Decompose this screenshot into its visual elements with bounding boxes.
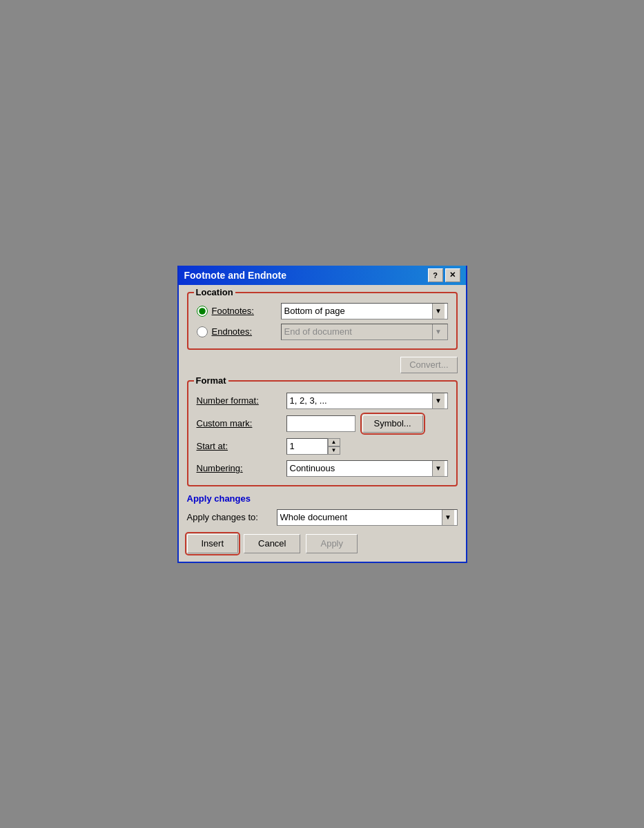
convert-button[interactable]: Convert... bbox=[400, 357, 457, 373]
endnotes-row: Endnotes: End of document ▼ bbox=[197, 324, 448, 340]
insert-button[interactable]: Insert bbox=[187, 534, 239, 553]
endnotes-dropdown-arrow: ▼ bbox=[432, 324, 445, 339]
apply-changes-to-row: Apply changes to: Whole document ▼ bbox=[187, 509, 458, 526]
close-button[interactable]: ✕ bbox=[445, 268, 460, 282]
spin-up-button[interactable]: ▲ bbox=[328, 438, 340, 446]
apply-changes-label: Apply changes bbox=[187, 493, 458, 504]
help-button[interactable]: ? bbox=[428, 268, 443, 282]
numbering-row: Numbering: Continuous ▼ bbox=[197, 460, 448, 477]
custom-mark-label: Custom mark: bbox=[197, 418, 286, 428]
symbol-button[interactable]: Symbol... bbox=[362, 415, 423, 433]
endnotes-dropdown[interactable]: End of document ▼ bbox=[281, 324, 448, 340]
numbering-arrow: ▼ bbox=[432, 461, 445, 476]
spin-down-button[interactable]: ▼ bbox=[328, 446, 340, 455]
footnotes-row: Footnotes: Bottom of page ▼ bbox=[197, 303, 448, 319]
title-bar: Footnote and Endnote ? ✕ bbox=[179, 266, 466, 285]
apply-changes-to-dropdown[interactable]: Whole document ▼ bbox=[277, 509, 458, 526]
convert-row: Convert... bbox=[187, 357, 458, 373]
format-section: Format Number format: 1, 2, 3, ... ▼ Cus… bbox=[187, 380, 458, 486]
custom-mark-input[interactable] bbox=[286, 415, 355, 432]
number-format-arrow: ▼ bbox=[432, 393, 445, 408]
footnotes-dropdown-arrow: ▼ bbox=[432, 304, 445, 319]
apply-changes-to-label: Apply changes to: bbox=[187, 512, 277, 522]
bottom-buttons: Insert Cancel Apply bbox=[187, 534, 458, 553]
location-section-label: Location bbox=[194, 287, 235, 297]
location-section: Location Footnotes: Bottom of page ▼ End… bbox=[187, 292, 458, 350]
start-at-row: Start at: ▲ ▼ bbox=[197, 438, 448, 455]
endnotes-dropdown-value: End of document bbox=[284, 326, 432, 337]
footnotes-label[interactable]: Footnotes: bbox=[212, 306, 281, 316]
title-bar-buttons: ? ✕ bbox=[428, 268, 460, 282]
footnote-endnote-dialog: Footnote and Endnote ? ✕ Location Footno… bbox=[177, 266, 467, 563]
start-at-label: Start at: bbox=[197, 441, 286, 451]
numbering-label: Numbering: bbox=[197, 463, 286, 473]
format-section-label: Format bbox=[194, 375, 228, 386]
numbering-value: Continuous bbox=[290, 463, 432, 473]
dialog-body: Location Footnotes: Bottom of page ▼ End… bbox=[179, 285, 466, 562]
custom-mark-row: Custom mark: Symbol... bbox=[197, 415, 448, 433]
apply-changes-to-arrow: ▼ bbox=[442, 510, 454, 525]
endnotes-label[interactable]: Endnotes: bbox=[212, 326, 281, 337]
start-at-input[interactable] bbox=[286, 438, 328, 455]
apply-changes-to-value: Whole document bbox=[280, 512, 442, 522]
number-format-value: 1, 2, 3, ... bbox=[290, 395, 432, 406]
apply-changes-section: Apply changes Apply changes to: Whole do… bbox=[187, 493, 458, 526]
number-format-dropdown[interactable]: 1, 2, 3, ... ▼ bbox=[286, 393, 448, 409]
apply-button[interactable]: Apply bbox=[306, 534, 358, 553]
cancel-button[interactable]: Cancel bbox=[244, 534, 300, 553]
dialog-title: Footnote and Endnote bbox=[184, 270, 287, 281]
number-format-label: Number format: bbox=[197, 395, 286, 406]
footnotes-radio[interactable] bbox=[197, 306, 208, 317]
numbering-dropdown[interactable]: Continuous ▼ bbox=[286, 460, 448, 477]
start-at-spinbox: ▲ ▼ bbox=[286, 438, 340, 455]
footnotes-dropdown-value: Bottom of page bbox=[284, 306, 432, 316]
footnotes-dropdown[interactable]: Bottom of page ▼ bbox=[281, 303, 448, 319]
spin-buttons: ▲ ▼ bbox=[328, 438, 340, 455]
number-format-row: Number format: 1, 2, 3, ... ▼ bbox=[197, 393, 448, 409]
endnotes-radio[interactable] bbox=[197, 326, 208, 337]
